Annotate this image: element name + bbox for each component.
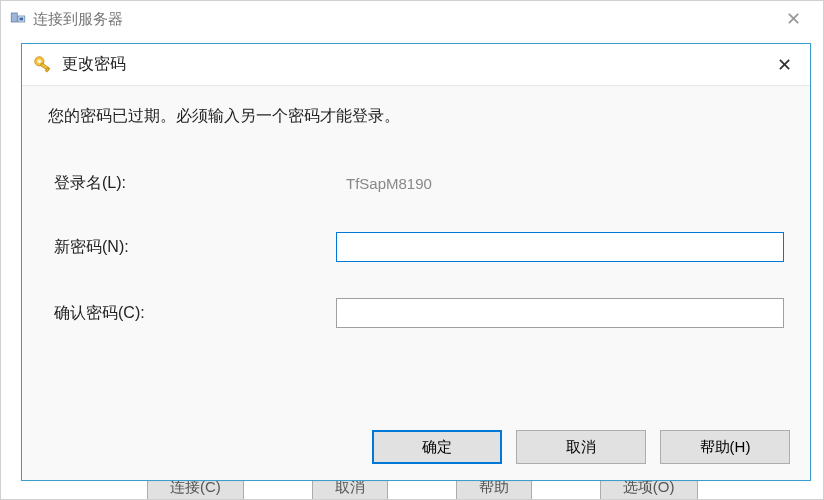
parent-close-button[interactable]: ✕ [771, 8, 815, 30]
confirm-password-row: 确认密码(C): [48, 298, 784, 328]
login-label: 登录名(L): [48, 173, 338, 194]
expired-message: 您的密码已过期。必须输入另一个密码才能登录。 [48, 106, 784, 127]
change-password-dialog: 更改密码 ✕ 您的密码已过期。必须输入另一个密码才能登录。 登录名(L): Tf… [21, 43, 811, 481]
svg-point-4 [38, 59, 42, 63]
connect-to-server-window: 连接到服务器 ✕ 连接(C) 取消 帮助 选项(O) 更改密码 ✕ 您的密码已过… [0, 0, 824, 500]
svg-rect-2 [20, 18, 24, 21]
svg-rect-0 [11, 13, 17, 22]
login-row: 登录名(L): TfSapM8190 [48, 171, 784, 196]
ok-button[interactable]: 确定 [372, 430, 502, 464]
help-button[interactable]: 帮助(H) [660, 430, 790, 464]
parent-title: 连接到服务器 [33, 10, 771, 29]
login-value: TfSapM8190 [338, 171, 440, 196]
key-icon [32, 54, 54, 76]
dialog-title: 更改密码 [62, 54, 762, 75]
confirm-password-input[interactable] [336, 298, 784, 328]
new-password-input[interactable] [336, 232, 784, 262]
server-icon [9, 10, 27, 28]
new-password-row: 新密码(N): [48, 232, 784, 262]
parent-titlebar: 连接到服务器 ✕ [1, 1, 823, 37]
dialog-titlebar: 更改密码 ✕ [22, 44, 810, 86]
cancel-button[interactable]: 取消 [516, 430, 646, 464]
new-password-label: 新密码(N): [48, 237, 336, 258]
dialog-button-row: 确定 取消 帮助(H) [372, 430, 790, 464]
confirm-password-label: 确认密码(C): [48, 303, 336, 324]
dialog-close-button[interactable]: ✕ [762, 54, 806, 76]
dialog-body: 您的密码已过期。必须输入另一个密码才能登录。 登录名(L): TfSapM819… [22, 86, 810, 328]
